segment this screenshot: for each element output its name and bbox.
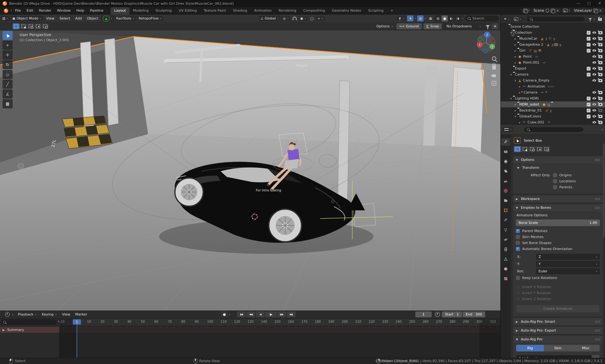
frame-start-field[interactable]: Start1 [442, 311, 462, 317]
filter-icon[interactable] [486, 25, 490, 27]
hide-eye-icon[interactable] [592, 72, 596, 77]
gear-icon[interactable]: ✳ [492, 23, 498, 29]
select-mode-new[interactable] [514, 146, 521, 152]
subpanel-transform-header[interactable]: ▼Transform [516, 165, 600, 172]
workspace-tab-texture-paint[interactable]: Texture Paint [200, 7, 230, 14]
tool-move[interactable]: ✛ [3, 50, 13, 60]
panel-arp-header[interactable]: ▼Auto-Rig Pro [513, 336, 603, 343]
disable-render-camera-icon[interactable] [598, 97, 602, 100]
blender-app-menu[interactable]: ∨ [1, 9, 12, 13]
select-mode-invert[interactable] [536, 146, 543, 152]
copy-viewlayer-icon[interactable] [594, 9, 597, 13]
select-mode-extend[interactable] [20, 23, 27, 29]
viewport-menu-add[interactable]: Add [73, 16, 84, 20]
axis-dropdown[interactable]: Y∨ [536, 261, 600, 267]
checkbox-origins[interactable]: Origins [553, 172, 576, 178]
menu-help[interactable]: Help [73, 7, 87, 14]
workspace-tab-scripting[interactable]: Scripting [365, 7, 387, 14]
disable-render-camera-icon[interactable] [598, 67, 602, 70]
hide-eye-icon[interactable] [592, 60, 596, 65]
outliner-row-lighting-hdri[interactable]: ▾Lighting HDRI✓ [501, 95, 605, 101]
outliner-display-mode-dropdown[interactable]: ≡∨ [502, 17, 511, 21]
panel-empties-header[interactable]: ▼Empties to Bones [513, 204, 603, 211]
select-mode-intersect[interactable] [543, 146, 550, 152]
properties-tab-object-icon[interactable] [501, 207, 510, 214]
snap-target-dropdown[interactable]: ▣∨ [299, 16, 308, 21]
shading-rendered-button[interactable]: ◑ [455, 15, 461, 21]
workspace-tab-sculpting[interactable]: Sculpting [152, 7, 175, 14]
clear-armature-button[interactable]: × [592, 355, 600, 358]
disable-render-camera-icon[interactable] [598, 109, 602, 112]
outliner-row-camera[interactable]: ▾Camera✓ [501, 71, 605, 77]
auto-keying-toggle[interactable]: ● [221, 311, 228, 317]
panel-options-header[interactable]: ▼Options [513, 156, 603, 163]
hide-eye-icon[interactable] [592, 102, 596, 106]
car-front-wheel[interactable] [269, 209, 302, 242]
timeline-menu-marker[interactable]: Marker [73, 312, 90, 316]
checkbox-locations[interactable]: Locations [553, 178, 576, 184]
next-keyframe-button[interactable]: ▶▶ [277, 311, 286, 317]
active-tool-dropdown[interactable]: ▲∨ [101, 15, 114, 22]
tool-select-box[interactable] [3, 31, 13, 40]
viewport-search[interactable]: Search [464, 15, 499, 21]
checkbox-set-bone-shapes[interactable]: Set Bone Shapes [516, 240, 600, 246]
workspace-tab-modeling[interactable]: Modeling [130, 7, 152, 14]
workspace-tab-+[interactable]: + [387, 7, 397, 14]
hide-eye-icon[interactable] [592, 37, 596, 41]
select-mode-intersect[interactable] [42, 23, 49, 29]
timeline-search-input[interactable] [1, 319, 57, 325]
outliner-row-globalcolors[interactable]: ▾GlobalColors✓ [501, 113, 605, 119]
workspace-tab-layout[interactable]: Layout [111, 7, 129, 14]
axis-dropdown[interactable]: Euler∨ [536, 268, 600, 274]
disable-render-camera-icon[interactable] [598, 79, 602, 82]
viewport-3d[interactable]: 27L [0, 30, 500, 310]
panel-arp-smart-header[interactable]: ▶Auto-Rig Pro: Smart [513, 318, 603, 325]
pin-icon[interactable] [546, 9, 549, 12]
outliner-filter-icon[interactable] [589, 18, 592, 20]
disable-render-camera-icon[interactable] [598, 91, 602, 94]
select-mode-extend[interactable] [521, 146, 528, 152]
properties-search-input[interactable] [524, 127, 583, 132]
properties-editor-dropdown[interactable]: ∨ [503, 127, 513, 132]
pivot-point-dropdown[interactable]: ◎∨ [281, 16, 291, 21]
exclude-checkbox[interactable]: ✓ [587, 43, 591, 47]
outliner-row-scene-collection[interactable]: Scene Collection [501, 24, 605, 30]
workspace-tab-geometry-nodes[interactable]: Geometry Nodes [328, 7, 365, 14]
tool-annotate[interactable]: ╱ [3, 80, 13, 89]
viewlayer-browse-dropdown[interactable]: ∨ [562, 8, 571, 13]
copy-scene-icon[interactable] [551, 9, 555, 13]
timeline-ruler[interactable]: -101020304050607080901001101201301401501… [59, 319, 500, 326]
xray-toggle[interactable]: ▦ [427, 15, 434, 21]
menu-window[interactable]: Window [54, 7, 73, 14]
properties-tab-modifiers-icon[interactable] [501, 216, 510, 224]
disable-render-camera-icon[interactable] [598, 43, 602, 46]
disable-render-camera-icon[interactable] [598, 73, 602, 76]
exclude-checkbox[interactable]: ✓ [587, 67, 591, 71]
plugin-menu-retopoflow[interactable]: RetopoFlow∨ [137, 16, 164, 21]
close-button[interactable]: ✕ [594, 0, 605, 7]
outliner-row-backdrop-01[interactable]: ▸Backdrop_01∕∕2✓ [501, 107, 605, 113]
use-preview-range-toggle[interactable] [434, 311, 441, 317]
outliner-row-girl[interactable]: ▸Girl▽10Ж✓ [501, 48, 605, 54]
checkbox-keep-lock-rotations[interactable]: Keep Lock Rotations [516, 275, 600, 281]
checkbox-parents[interactable]: Parents [553, 184, 576, 190]
timeline-editor-dropdown[interactable]: ∨ [1, 311, 15, 317]
proportional-editing-toggle[interactable]: ○ [309, 15, 315, 21]
editor-type-dropdown[interactable]: ⊞∨ [1, 16, 10, 21]
exclude-checkbox[interactable]: ✓ [587, 49, 591, 53]
disable-render-camera-icon[interactable] [598, 55, 602, 58]
exclude-checkbox[interactable]: ✓ [587, 31, 591, 35]
falloff-dropdown[interactable]: ≈∨ [316, 16, 325, 21]
select-mode-invert[interactable] [34, 23, 41, 29]
properties-scrollbar[interactable] [603, 143, 604, 238]
menu-edit[interactable]: Edit [24, 7, 36, 14]
outliner-row-camera-empty[interactable]: ▾YCamera_Empty [501, 77, 605, 83]
workspace-tab-uv-editing[interactable]: UV Editing [175, 7, 200, 14]
dropdowns-select[interactable]: No Dropdowns∨ [444, 23, 484, 29]
workspace-tab-shading[interactable]: Shading [229, 7, 251, 14]
checkbox-automatic-bones-orientation[interactable]: Automatic Bones Orientation [516, 246, 600, 252]
outliner-row-animation[interactable]: ▸∼Animation∘∘∘ [501, 83, 605, 89]
gizmo-x-label[interactable]: X [479, 44, 481, 47]
panel-arp-export-header[interactable]: ▶Auto-Rig Pro: Export [513, 327, 603, 334]
new-collection-button[interactable] [596, 17, 603, 21]
